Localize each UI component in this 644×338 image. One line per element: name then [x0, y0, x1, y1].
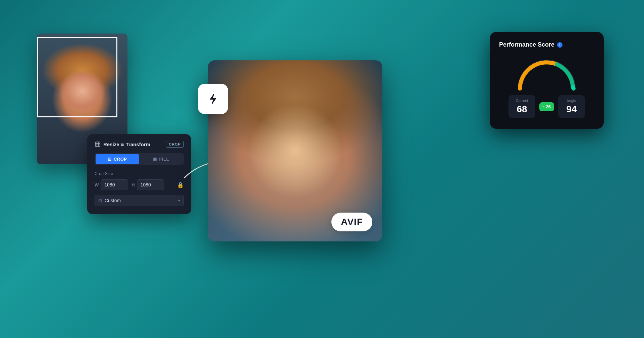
tab-fill[interactable]: ▣ FILL: [139, 154, 183, 164]
fill-tab-icon: ▣: [153, 157, 157, 162]
svg-rect-0: [95, 142, 100, 147]
current-score-box: Current 68: [508, 95, 535, 118]
lightning-icon-card: [198, 84, 228, 114]
crop-tab-icon: ⊡: [108, 157, 112, 162]
width-field: W 1080: [95, 179, 128, 190]
gauge-svg: [513, 55, 580, 92]
size-inputs-row: W 1080 H 1080 🔒: [95, 179, 184, 190]
improvement-badge: ↑ 26: [539, 102, 554, 111]
resize-icon: [95, 141, 101, 147]
height-input[interactable]: 1080: [137, 179, 164, 190]
score-comparison-row: Current 68 ↑ 26 imgix 94: [499, 95, 594, 118]
info-icon[interactable]: i: [557, 42, 562, 48]
tab-crop[interactable]: ⊡ CROP: [96, 154, 139, 164]
perf-panel-header: Performance Score i: [499, 41, 594, 48]
dropdown-selected-value: Custom: [105, 198, 175, 203]
imgix-label: imgix: [564, 99, 580, 103]
tab-crop-label: CROP: [114, 157, 127, 162]
height-field: H 1080: [131, 179, 164, 190]
panel-header: Resize & Transform CROP: [95, 141, 184, 148]
current-label: Current: [514, 99, 530, 103]
crop-size-label: Crop Size: [95, 171, 184, 176]
up-arrow-icon: ↑: [543, 104, 545, 109]
main-photo-card: AVIF: [208, 60, 382, 241]
crop-badge: CROP: [166, 141, 184, 148]
resize-transform-panel: Resize & Transform CROP ⊡ CROP ▣ FILL Cr…: [87, 134, 191, 214]
imgix-score-box: imgix 94: [558, 95, 585, 118]
avif-badge: AVIF: [331, 213, 372, 231]
performance-score-panel: Performance Score i Current 68: [490, 32, 604, 129]
height-label: H: [131, 182, 135, 187]
imgix-value: 94: [564, 104, 580, 115]
dropdown-arrow-icon: ▾: [178, 199, 180, 203]
dropdown-ratio-icon: ⊞: [98, 198, 102, 203]
perf-panel-title: Performance Score: [499, 41, 554, 48]
panel-title-text: Resize & Transform: [103, 142, 150, 147]
panel-title: Resize & Transform: [95, 141, 150, 147]
improvement-value: 26: [546, 104, 551, 109]
lock-icon[interactable]: 🔒: [177, 182, 184, 188]
mode-tabs: ⊡ CROP ▣ FILL: [95, 153, 184, 165]
width-input[interactable]: 1080: [101, 179, 128, 190]
performance-gauge: [513, 55, 580, 92]
width-label: W: [95, 182, 99, 187]
tab-fill-label: FILL: [159, 157, 169, 162]
aspect-ratio-dropdown[interactable]: ⊞ Custom ▾: [95, 195, 184, 206]
svg-marker-2: [210, 93, 216, 105]
lightning-bolt-icon: [206, 92, 220, 106]
main-scene: Resize & Transform CROP ⊡ CROP ▣ FILL Cr…: [0, 0, 644, 338]
current-value: 68: [514, 104, 530, 115]
